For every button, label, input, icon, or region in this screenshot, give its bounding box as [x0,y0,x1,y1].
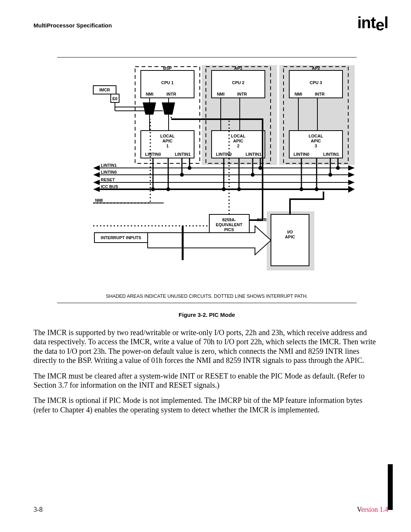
figure-note: SHADED AREAS INDICATE UNUSED CIRCUITS. D… [57,294,357,299]
pics-a: 8259A- [222,217,236,222]
label-la1-b: APIC [162,139,172,143]
margin-bar [388,464,393,510]
svg-marker-59 [93,180,100,185]
label-lintin0-3: LINTIN0 [293,152,309,157]
svg-marker-61 [348,165,355,171]
figure-top-rule [57,57,357,58]
bus-lintin0: LINTIN0 [101,170,117,174]
paragraph-3: The IMCR is optional if PIC Mode is not … [33,396,378,414]
paragraph-2: The IMCR must be cleared after a system-… [33,371,378,390]
label-lintin0-1: LINTIN0 [145,152,161,157]
interrupt-inputs: INTERRUPT INPUTS [101,235,141,240]
intel-logo: intel [357,14,388,32]
version-v: V [357,506,361,513]
label-la3-b: APIC [311,139,321,143]
label-intr-1: INTR [166,92,176,96]
label-bsp: BSP [163,66,172,70]
label-nmi-1: NMI [146,92,153,96]
version-rest: ersion 1.4 [361,506,388,513]
label-lintin0-2: LINTIN0 [216,152,232,157]
paragraph-1: The IMCR is supported by two read/writab… [33,328,378,365]
figure-bottom-rule [57,303,357,303]
label-la1-a: LOCAL [160,134,175,138]
pics-b: EQUIVALENT [216,222,242,227]
label-nmi-2: NMI [217,92,225,96]
body-text: The IMCR is supported by two read/writab… [33,328,378,414]
figure-caption: Figure 3-2. PIC Mode [57,312,357,318]
label-lintin1-1: LINTIN1 [175,152,191,157]
svg-marker-15 [162,102,175,115]
label-imcr: IMCR [99,88,110,92]
label-ap2: AP2 [312,66,320,70]
bus-iccbus: ICC BUS [101,184,118,189]
figure-3-2: BSP AP1 AP2 CPU 1 CPU 2 CPU 3 NMI INTR N… [57,57,357,318]
label-la3-a: LOCAL [309,134,323,138]
svg-marker-57 [93,165,100,171]
label-cpu3: CPU 3 [310,80,322,85]
label-cpu2: CPU 2 [232,80,244,85]
ioapic-a: I/O [287,230,293,234]
svg-marker-60 [93,187,100,192]
figure-diagram: BSP AP1 AP2 CPU 1 CPU 2 CPU 3 NMI INTR N… [57,62,357,287]
bus-lintin1: LINTIN1 [101,163,117,168]
label-ap1: AP1 [234,66,242,70]
pics-c: PICS [224,227,234,232]
label-lintin1-2: LINTIN1 [245,152,261,157]
label-lintin1-3: LINTIN1 [323,152,339,157]
bus-nmi: NMI [95,198,103,203]
label-la2-c: 2 [237,144,239,148]
label-la2-a: LOCAL [231,134,245,138]
pics-intr: INTR [257,217,267,222]
label-nmi-3: NMI [295,92,302,96]
label-intr-2: INTR [237,92,247,96]
label-la2-b: APIC [233,139,243,143]
bus-reset: RESET [101,177,115,182]
label-la3-c: 3 [315,144,317,148]
ioapic-b: APIC [285,235,295,239]
svg-marker-14 [143,102,156,115]
svg-rect-67 [271,214,309,266]
doc-header-title: MultiProcessor Specification [33,22,378,29]
svg-marker-64 [348,186,355,193]
label-e0: E0 [112,96,117,101]
page-number: 3-8 [33,506,43,514]
svg-marker-63 [348,180,355,185]
svg-marker-62 [348,172,355,177]
version-label: Version 1.4 [357,506,388,514]
svg-marker-58 [93,172,100,177]
label-intr-3: INTR [315,92,325,96]
label-cpu1: CPU 1 [161,80,174,85]
label-la1-c: 1 [166,144,169,148]
